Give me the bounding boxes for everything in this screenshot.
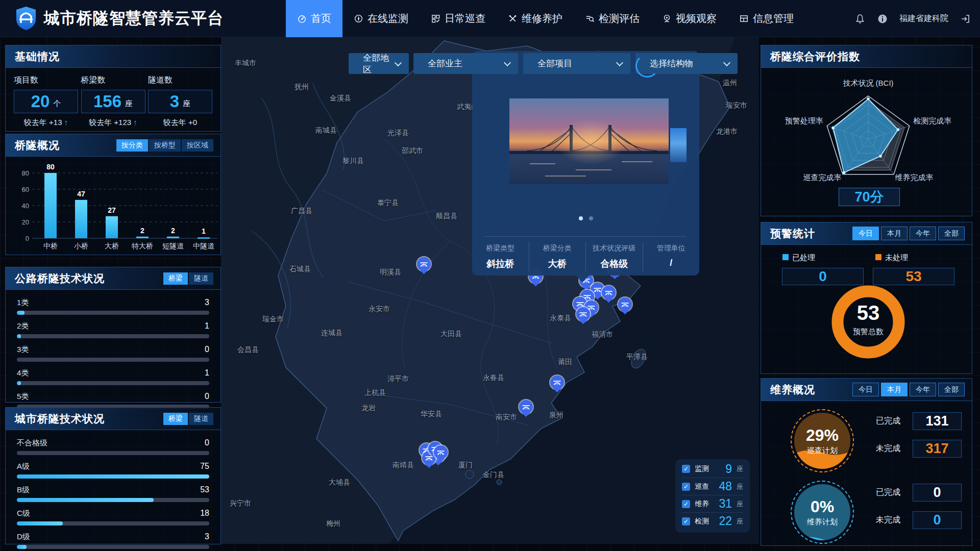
carousel-dot-1[interactable]	[579, 216, 583, 220]
map-canvas[interactable]: 温州瑞安市龙港市丰城市抚州金溪县南城县武夷山光泽县黎川县邵武市泰宁县广昌县石城县…	[221, 37, 759, 544]
alerts-tab-今日[interactable]: 今日	[852, 227, 879, 240]
urban-tab-桥梁[interactable]: 桥梁	[163, 413, 188, 425]
map-label-龙岩: 龙岩	[361, 404, 376, 413]
alerts-tab-本月[interactable]: 本月	[881, 227, 908, 240]
overview-tab-按分类[interactable]: 按分类	[116, 139, 148, 152]
map-label-金门县: 金门县	[483, 470, 504, 480]
checkbox-checked-icon[interactable]: ✓	[682, 517, 690, 525]
alerts-tab-全部[interactable]: 全部	[938, 227, 965, 240]
bell-icon[interactable]	[854, 13, 866, 24]
urban-tab-隧道[interactable]: 隧道	[189, 413, 213, 425]
nav-item-4[interactable]: 维修养护	[497, 0, 574, 37]
map-label-南城县: 南城县	[315, 126, 337, 135]
condition-row-3类: 3类0	[17, 345, 209, 362]
checkbox-checked-icon[interactable]: ✓	[682, 483, 690, 491]
map-label-顺昌县: 顺昌县	[436, 212, 457, 221]
stat-delta: 较去年 +13 ↑	[14, 118, 78, 128]
maintenance-tab-全部[interactable]: 全部	[938, 383, 965, 396]
map-label-泉州: 泉州	[549, 411, 564, 420]
checkbox-checked-icon[interactable]: ✓	[682, 465, 690, 473]
map-label-兴宁市: 兴宁市	[230, 499, 251, 508]
gauge-icon	[297, 14, 307, 23]
carousel-dots	[472, 216, 699, 220]
checkbox-checked-icon[interactable]: ✓	[682, 500, 690, 508]
bridge-marker[interactable]	[417, 257, 431, 271]
map-legend: ✓监测9座✓巡查48座✓维养31座✓检测22座	[675, 459, 750, 533]
map-label-永春县: 永春县	[483, 373, 504, 383]
bridge-marker[interactable]	[519, 400, 533, 414]
map-label-广昌县: 广昌县	[291, 207, 312, 216]
progress-track	[17, 311, 209, 315]
bridge-icon	[553, 378, 561, 387]
panel-alert-stats: 预警统计 今日本月今年全部 已处理 未处理 0 53 53预警总数	[761, 222, 972, 374]
map-label-永安市: 永安市	[369, 305, 390, 314]
chevron-down-icon	[723, 59, 730, 66]
condition-row-A级: A级75	[17, 462, 209, 479]
maintenance-tab-本月[interactable]: 本月	[881, 383, 908, 396]
row-value: 18	[200, 509, 209, 518]
nav-item-3[interactable]: 日常巡查	[420, 0, 497, 37]
repair-icon	[508, 14, 518, 23]
filter-select-全部地区[interactable]: 全部地区	[349, 53, 409, 74]
patrol-icon	[431, 14, 440, 23]
map-label-邵武市: 邵武市	[402, 146, 423, 156]
maintenance-tab-今年[interactable]: 今年	[910, 383, 936, 396]
unprocessed-legend: 未处理	[875, 253, 908, 263]
svg-text:1: 1	[202, 227, 206, 235]
panel-title: 城市桥隧技术状况	[15, 412, 105, 426]
svg-text:47: 47	[77, 190, 85, 198]
nav-item-7[interactable]: 信息管理	[728, 0, 805, 37]
radar-axis-1: 检测完成率	[913, 116, 951, 126]
carousel-dot-2[interactable]	[589, 216, 593, 220]
svg-text:53: 53	[857, 302, 880, 324]
row-label: D级	[17, 532, 30, 542]
row-label: 1类	[17, 298, 29, 308]
info-icon[interactable]	[877, 13, 888, 24]
map-label-永泰县: 永泰县	[550, 314, 571, 323]
bridge-marker[interactable]	[550, 375, 564, 389]
overview-tab-按区域[interactable]: 按区域	[182, 139, 213, 152]
bridge-icon	[522, 403, 530, 412]
nav-item-5[interactable]: 检测评估	[574, 0, 651, 37]
svg-text:80: 80	[46, 163, 55, 171]
bridge-marker[interactable]	[434, 445, 448, 459]
filter-select-全部业主[interactable]: 全部业主	[413, 53, 518, 74]
alert-donut-chart: 53预警总数	[761, 275, 973, 372]
org-name[interactable]: 福建省建科院	[899, 13, 948, 24]
svg-text:特大桥: 特大桥	[132, 242, 153, 250]
condition-row-1类: 1类3	[17, 298, 209, 315]
highway-tab-桥梁[interactable]: 桥梁	[163, 272, 188, 285]
map-label-抚州: 抚州	[295, 83, 309, 92]
condition-row-2类: 2类1	[17, 321, 209, 338]
bridge-icon	[579, 310, 587, 319]
plan-维养计划: 0%维养计划已完成0未完成0	[761, 481, 973, 551]
chevron-down-icon	[616, 59, 623, 66]
nav-item-6[interactable]: 视频观察	[651, 0, 728, 37]
evaluate-icon	[585, 14, 595, 23]
row-label: C级	[17, 509, 30, 518]
svg-text:预警总数: 预警总数	[853, 327, 884, 336]
undone-count: 317	[913, 440, 962, 458]
radar-axis-2: 维养完成率	[895, 172, 933, 182]
legend-row-监测: ✓监测9座	[682, 460, 743, 478]
bridge-popup[interactable]: 桥梁类型斜拉桥桥梁分类大桥技术状况评级合格级管理单位/	[472, 51, 699, 276]
svg-text:短隧道: 短隧道	[162, 242, 184, 250]
next-photo-thumbnail[interactable]	[670, 128, 687, 162]
highway-tab-隧道[interactable]: 隧道	[189, 272, 213, 285]
overview-tab-按桥型[interactable]: 按桥型	[149, 139, 181, 152]
logout-icon[interactable]	[960, 13, 971, 24]
maintenance-tab-今日[interactable]: 今日	[852, 383, 879, 396]
app-logo-shield-icon	[15, 6, 37, 31]
bridge-marker[interactable]	[602, 286, 616, 299]
bridge-marker[interactable]	[576, 307, 590, 321]
alerts-tab-今年[interactable]: 今年	[910, 227, 936, 240]
stat-delta: 较去年 +0	[148, 118, 212, 128]
top-right-area: 福建省建科院	[854, 0, 971, 37]
stat-value-box: 3座	[148, 90, 212, 113]
bridge-info-fields: 桥梁类型斜拉桥桥梁分类大桥技术状况评级合格级管理单位/	[472, 242, 699, 272]
nav-item-2[interactable]: 在线监测	[342, 0, 420, 37]
bridge-marker[interactable]	[618, 297, 632, 311]
filter-select-全部项目[interactable]: 全部项目	[523, 53, 630, 74]
bridge-icon	[436, 448, 445, 457]
nav-item-1[interactable]: 首页	[286, 0, 342, 37]
